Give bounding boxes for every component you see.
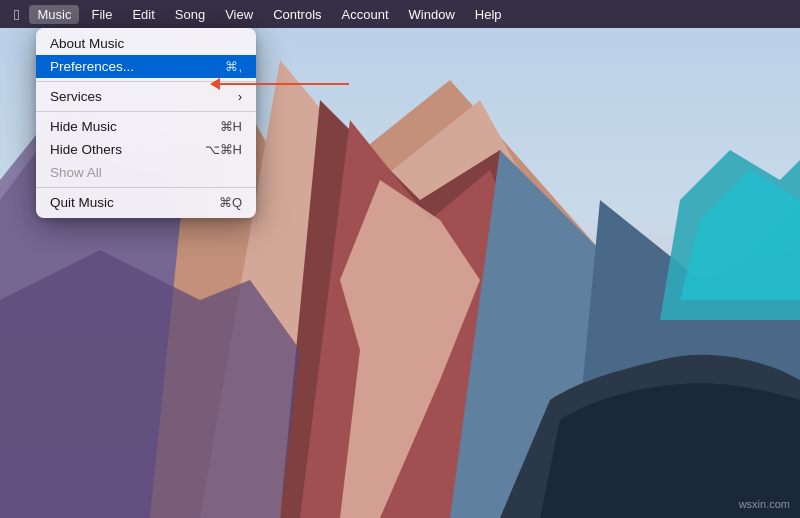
- menu-item-quit[interactable]: Quit Music ⌘Q: [36, 191, 256, 214]
- menubar-item-window[interactable]: Window: [401, 5, 463, 24]
- watermark: wsxin.com: [739, 498, 790, 510]
- menu-item-about[interactable]: About Music: [36, 32, 256, 55]
- menu-item-hide-music[interactable]: Hide Music ⌘H: [36, 115, 256, 138]
- arrow-line: [219, 83, 349, 85]
- menubar-item-song[interactable]: Song: [167, 5, 213, 24]
- svg-marker-12: [0, 250, 300, 518]
- menu-separator-3: [36, 187, 256, 188]
- menubar-item-help[interactable]: Help: [467, 5, 510, 24]
- dropdown-menu: About Music Preferences... ⌘, Services ›…: [36, 28, 256, 218]
- menu-separator-2: [36, 111, 256, 112]
- menubar-item-music[interactable]: Music: [29, 5, 79, 24]
- apple-menu-item[interactable]: : [8, 4, 25, 25]
- arrow-annotation: [210, 78, 349, 90]
- menubar-item-view[interactable]: View: [217, 5, 261, 24]
- menu-item-hide-others[interactable]: Hide Others ⌥⌘H: [36, 138, 256, 161]
- menubar-item-controls[interactable]: Controls: [265, 5, 329, 24]
- menubar-item-edit[interactable]: Edit: [124, 5, 162, 24]
- menubar:  Music File Edit Song View Controls Acc…: [0, 0, 800, 28]
- menu-item-show-all[interactable]: Show All: [36, 161, 256, 184]
- menubar-item-account[interactable]: Account: [334, 5, 397, 24]
- menubar-item-file[interactable]: File: [83, 5, 120, 24]
- menu-item-preferences[interactable]: Preferences... ⌘,: [36, 55, 256, 78]
